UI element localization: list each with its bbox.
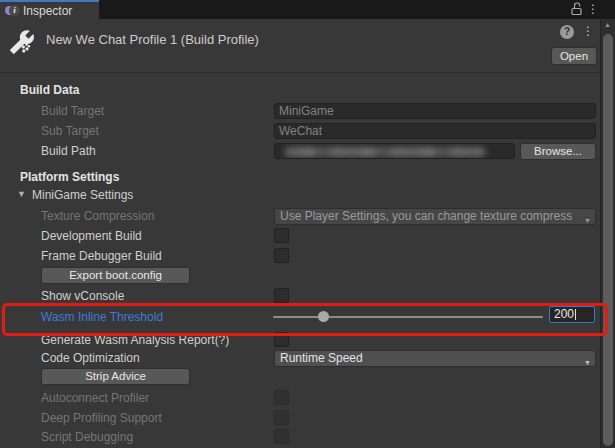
show-vconsole-checkbox[interactable] [274,288,289,303]
slider-knob[interactable] [318,311,329,322]
inspector-window: i Inspector ⋮ [0,0,615,448]
build-target-field: MiniGame [274,103,596,119]
export-bootconfig-button[interactable]: Export boot.config [41,267,190,284]
code-optimization-dropdown[interactable]: Runtime Speed ▼ [274,350,596,367]
wasm-inline-threshold-value: 200 [554,307,574,321]
code-optimization-label: Code Optimization [41,351,140,365]
autoconnect-profiler-label: Autoconnect Profiler [41,391,149,405]
scroll-up-arrow-icon[interactable]: ▲ [604,21,611,28]
redacted-path-value [285,147,485,157]
inspector-tab-icon: i [5,5,21,17]
sub-target-field: WeChat [274,123,596,139]
code-optimization-value: Runtime Speed [280,351,363,365]
tab-label: Inspector [23,4,72,18]
tab-menu-icon[interactable]: ⋮ [587,3,599,15]
text-caret [575,309,576,320]
texture-compression-value: Use Player Settings, you can change text… [280,209,572,223]
show-vconsole-label: Show vConsole [41,289,124,303]
script-debugging-checkbox [274,429,289,444]
info-icon: i [9,5,20,16]
open-button[interactable]: Open [551,47,597,65]
build-profile-icon [9,29,35,55]
autoconnect-profiler-checkbox [274,390,289,405]
wasm-inline-threshold-input[interactable]: 200 [549,306,595,323]
minigame-settings-foldout[interactable]: MiniGame Settings [32,188,133,202]
inspector-header: New We Chat Profile 1 (Build Profile) ? … [0,19,600,73]
build-path-label: Build Path [41,144,96,158]
texture-compression-dropdown: Use Player Settings, you can change text… [274,208,596,225]
header-menu-icon[interactable]: ⋮ [582,25,594,37]
scrollbar-thumb[interactable] [603,34,613,446]
generate-wasm-report-label: Generate Wasm Analysis Report(?) [41,333,229,347]
generate-wasm-report-checkbox[interactable] [274,332,289,347]
foldout-arrow-icon[interactable]: ▼ [17,189,26,199]
platform-settings-section-title: Platform Settings [20,170,119,184]
build-path-field[interactable] [274,143,515,159]
dropdown-arrow-icon: ▼ [584,355,591,367]
build-data-section-title: Build Data [20,83,79,97]
unlock-icon[interactable] [570,2,583,16]
frame-debugger-build-checkbox[interactable] [274,248,289,263]
frame-debugger-build-label: Frame Debugger Build [41,249,162,263]
texture-compression-label: Texture Compression [41,209,154,223]
wasm-inline-threshold-label: Wasm Inline Threshold [41,310,163,324]
tab-bar: i Inspector ⋮ [0,0,615,19]
vertical-scrollbar[interactable]: ▲ [600,19,615,448]
build-target-label: Build Target [41,104,104,118]
wasm-inline-threshold-slider[interactable] [273,316,543,318]
browse-button[interactable]: Browse... [520,143,596,160]
page-title: New We Chat Profile 1 (Build Profile) [46,32,259,47]
help-icon[interactable]: ? [560,25,574,39]
sub-target-label: Sub Target [41,124,99,138]
development-build-label: Development Build [41,229,142,243]
script-debugging-label: Script Debugging [41,430,133,444]
deep-profiling-support-label: Deep Profiling Support [41,411,162,425]
strip-advice-button[interactable]: Strip Advice [41,368,190,385]
dropdown-arrow-icon: ▼ [584,213,591,225]
development-build-checkbox[interactable] [274,228,289,243]
tab-inspector[interactable]: i Inspector [0,0,99,19]
deep-profiling-support-checkbox [274,410,289,425]
